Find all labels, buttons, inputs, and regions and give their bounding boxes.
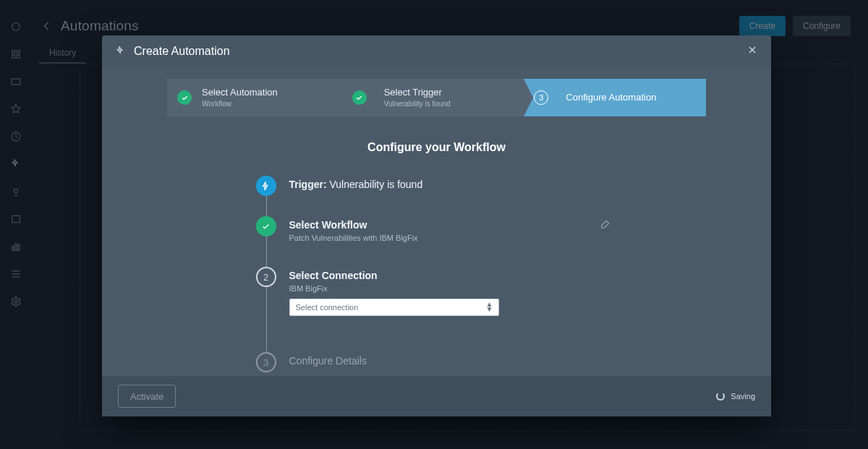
step-3-title: Configure Automation xyxy=(566,93,656,103)
modal-body: Select Automation Workflow Select Trigge… xyxy=(102,67,771,376)
connection-title: Select Connection xyxy=(289,270,618,281)
modal-footer: Activate Saving xyxy=(102,376,771,416)
step-1-title: Select Automation xyxy=(202,87,278,98)
trigger-icon xyxy=(256,176,276,196)
spinner-icon xyxy=(716,392,725,401)
check-icon xyxy=(177,90,192,105)
step-1-sub: Workflow xyxy=(202,100,278,108)
trigger-line: Trigger: Vulnerability is found xyxy=(289,179,423,190)
wizard-stepper: Select Automation Workflow Select Trigge… xyxy=(167,79,706,116)
node-details: 3 Configure Details xyxy=(256,352,618,372)
node-workflow: Select Workflow Patch Vulnerabilities wi… xyxy=(256,216,618,242)
step-2[interactable]: Select Trigger Vulnerability is found xyxy=(342,79,524,116)
workflow-flow: Trigger: Vulnerability is found Select W… xyxy=(256,176,618,372)
activate-button[interactable]: Activate xyxy=(118,385,176,408)
step-3[interactable]: 3 Configure Automation xyxy=(524,79,706,116)
workflow-sub: Patch Vulnerabilities with IBM BigFix xyxy=(289,234,418,242)
check-icon xyxy=(352,90,367,105)
modal-title: Create Automation xyxy=(134,45,230,58)
step-2-sub: Vulnerability is found xyxy=(384,100,451,108)
step-2-title: Select Trigger xyxy=(384,87,451,98)
create-automation-modal: Create Automation Select Automation Work… xyxy=(102,35,771,416)
connection-step-number: 2 xyxy=(256,267,276,287)
edit-workflow-icon[interactable] xyxy=(600,219,610,232)
step-1[interactable]: Select Automation Workflow xyxy=(167,79,342,116)
details-title: Configure Details xyxy=(289,355,367,367)
step-3-number: 3 xyxy=(534,90,548,105)
check-icon xyxy=(256,216,276,236)
saving-label: Saving xyxy=(731,392,755,401)
automation-icon xyxy=(115,46,127,57)
connection-sub: IBM BigFix xyxy=(289,284,618,293)
node-connection: 2 Select Connection IBM BigFix Select co… xyxy=(256,267,618,316)
connection-select[interactable]: Select connection xyxy=(289,299,499,316)
section-title: Configure your Workflow xyxy=(102,141,771,154)
close-icon[interactable] xyxy=(746,44,758,59)
workflow-title: Select Workflow xyxy=(289,219,418,231)
modal-header: Create Automation xyxy=(102,35,771,67)
details-step-number: 3 xyxy=(256,352,276,372)
saving-indicator: Saving xyxy=(716,392,755,401)
node-trigger: Trigger: Vulnerability is found xyxy=(256,176,618,196)
